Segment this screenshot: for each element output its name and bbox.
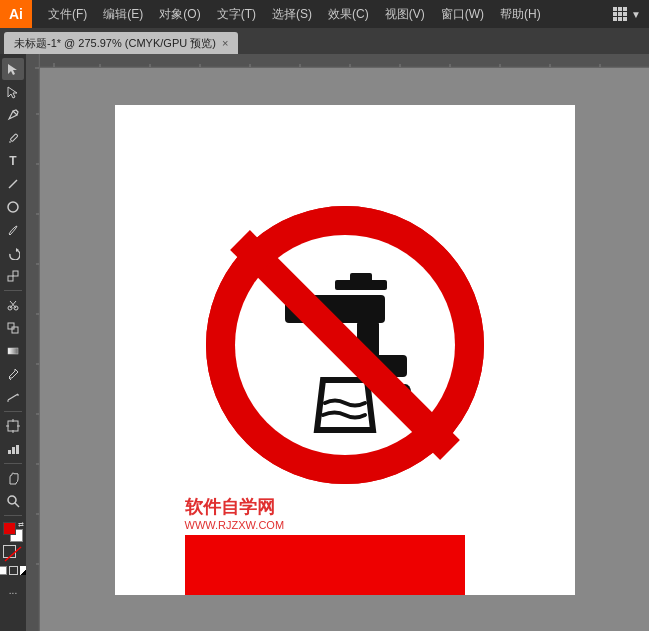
foreground-color-swatch[interactable] (3, 522, 16, 535)
tool-eyedropper[interactable] (2, 363, 24, 385)
main-area: T (0, 54, 649, 631)
ruler-horizontal (26, 54, 649, 68)
toolbar-divider-4 (4, 515, 22, 516)
canvas-area: 软件自学网 WWW.RJZXW.COM (26, 54, 649, 631)
tab-title: 未标题-1* @ 275.97% (CMYK/GPU 预览) (14, 36, 216, 51)
menu-items: 文件(F) 编辑(E) 对象(O) 文字(T) 选择(S) 效果(C) 视图(V… (40, 0, 549, 28)
color-mode-buttons (0, 566, 26, 575)
menu-right: ▼ (613, 7, 649, 21)
tool-graph[interactable] (2, 438, 24, 460)
menu-text[interactable]: 文字(T) (209, 0, 264, 28)
workspace-dropdown-icon[interactable]: ▼ (631, 9, 641, 20)
toolbar-divider-2 (4, 411, 22, 412)
svg-rect-24 (8, 450, 11, 454)
tool-shape-builder[interactable] (2, 317, 24, 339)
toolbar: T (0, 54, 26, 631)
tool-pencil[interactable] (2, 127, 24, 149)
menu-object[interactable]: 对象(O) (151, 0, 208, 28)
svg-marker-0 (8, 64, 17, 75)
tool-hand[interactable] (2, 467, 24, 489)
menu-effect[interactable]: 效果(C) (320, 0, 377, 28)
menu-help[interactable]: 帮助(H) (492, 0, 549, 28)
tool-scale[interactable] (2, 265, 24, 287)
svg-line-29 (5, 547, 21, 561)
tool-pen[interactable] (2, 104, 24, 126)
stroke-none-indicator (3, 545, 23, 563)
svg-rect-13 (12, 327, 18, 333)
fill-mode-button[interactable] (0, 566, 7, 575)
svg-marker-1 (8, 87, 17, 98)
svg-line-28 (15, 503, 19, 507)
svg-line-16 (8, 394, 18, 400)
watermark-line2: WWW.RJZXW.COM (185, 519, 285, 531)
tool-measure[interactable] (2, 386, 24, 408)
tool-paintbrush[interactable] (2, 219, 24, 241)
document-tab[interactable]: 未标题-1* @ 275.97% (CMYK/GPU 预览) × (4, 32, 238, 54)
ai-logo: Ai (0, 0, 32, 28)
tab-close-button[interactable]: × (222, 37, 228, 49)
tool-rotate[interactable] (2, 242, 24, 264)
tab-bar: 未标题-1* @ 275.97% (CMYK/GPU 预览) × (0, 28, 649, 54)
svg-rect-19 (8, 421, 18, 431)
svg-point-4 (8, 202, 18, 212)
no-drinking-water-sign (205, 205, 485, 485)
sign-svg (205, 205, 485, 485)
tool-gradient[interactable] (2, 340, 24, 362)
menu-edit[interactable]: 编辑(E) (95, 0, 151, 28)
toolbar-divider-3 (4, 463, 22, 464)
more-tools-indicator[interactable]: ... (9, 580, 17, 598)
svg-rect-14 (8, 348, 18, 354)
swap-colors-icon[interactable]: ⇄ (18, 521, 24, 529)
watermark-line1: 软件自学网 (185, 495, 275, 519)
tool-type[interactable]: T (2, 150, 24, 172)
tool-artboard[interactable] (2, 415, 24, 437)
svg-rect-7 (13, 271, 18, 276)
canvas-bottom-content: 软件自学网 WWW.RJZXW.COM (115, 495, 575, 595)
canvas-document: 软件自学网 WWW.RJZXW.COM (115, 105, 575, 595)
menu-select[interactable]: 选择(S) (264, 0, 320, 28)
svg-rect-25 (12, 447, 15, 454)
tool-ellipse[interactable] (2, 196, 24, 218)
svg-point-27 (8, 496, 16, 504)
tool-zoom[interactable] (2, 490, 24, 512)
svg-rect-12 (8, 323, 14, 329)
color-swatches[interactable]: ⇄ (2, 521, 24, 543)
none-stroke-line-icon (3, 545, 23, 563)
svg-rect-2 (10, 134, 18, 142)
stroke-mode-button[interactable] (9, 566, 18, 575)
svg-rect-26 (16, 445, 19, 454)
menu-window[interactable]: 窗口(W) (433, 0, 492, 28)
svg-rect-59 (335, 280, 387, 290)
menu-file[interactable]: 文件(F) (40, 0, 95, 28)
ruler-vertical (26, 54, 40, 631)
toolbar-divider (4, 290, 22, 291)
menu-bar: Ai 文件(F) 编辑(E) 对象(O) 文字(T) 选择(S) 效果(C) 视… (0, 0, 649, 28)
red-rectangle (185, 535, 465, 595)
tool-selection[interactable] (2, 58, 24, 80)
workspace-switcher-icon[interactable] (613, 7, 627, 21)
svg-rect-6 (8, 276, 13, 281)
tool-scissors[interactable] (2, 294, 24, 316)
tool-line[interactable] (2, 173, 24, 195)
menu-view[interactable]: 视图(V) (377, 0, 433, 28)
svg-line-3 (9, 180, 17, 188)
tool-direct-selection[interactable] (2, 81, 24, 103)
